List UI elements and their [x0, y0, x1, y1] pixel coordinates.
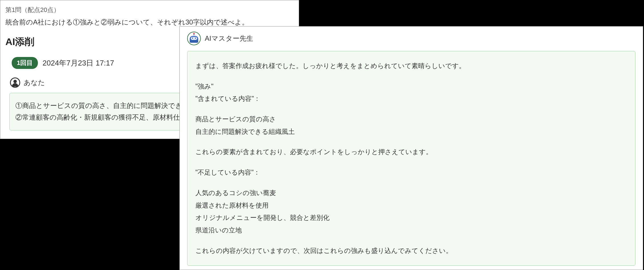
question-number: 第1問（配点20点）: [5, 5, 294, 15]
attempt-timestamp: 2024年7月23日 17:17: [42, 58, 114, 68]
strength-label: "強み": [195, 80, 627, 93]
missing-label: "不足している内容"：: [195, 166, 627, 179]
user-label: あなた: [24, 78, 45, 87]
included-item-2: 自主的に問題解決できる組織風土: [195, 126, 627, 138]
ai-name: AIマスター先生: [205, 34, 253, 43]
feedback-intro: まずは、答案作成お疲れ様でした。しっかりと考えをまとめられていて素晴らしいです。: [195, 60, 627, 72]
question-text: 統合前のA社における①強みと②弱みについて、それぞれ30字以内で述べよ。: [5, 17, 294, 27]
included-item-1: 商品とサービスの質の高さ: [195, 113, 627, 126]
missing-item-1: 人気のあるコシの強い蕎麦: [195, 187, 627, 199]
robot-icon: [187, 32, 201, 45]
missing-item-2: 厳選された原材料を使用: [195, 199, 627, 212]
user-avatar-icon: [10, 77, 20, 88]
attempt-badge: 1回目: [12, 57, 38, 69]
ai-feedback-box: まずは、答案作成お疲れ様でした。しっかりと考えをまとめられていて素晴らしいです。…: [187, 51, 635, 266]
missing-summary: これらの内容が欠けていますので、次回はこれらの強みも盛り込んでみてください。: [195, 245, 627, 257]
ai-feedback-panel: AIマスター先生 まずは、答案作成お疲れ様でした。しっかりと考えをまとめられてい…: [179, 26, 643, 270]
missing-item-3: オリジナルメニューを開発し、競合と差別化: [195, 212, 627, 224]
included-summary: これらの要素が含まれており、必要なポイントをしっかりと押さえています。: [195, 146, 627, 158]
missing-item-4: 県道沿いの立地: [195, 224, 627, 237]
included-label: "含まれている内容"：: [195, 93, 627, 105]
ai-header: AIマスター先生: [187, 32, 635, 45]
